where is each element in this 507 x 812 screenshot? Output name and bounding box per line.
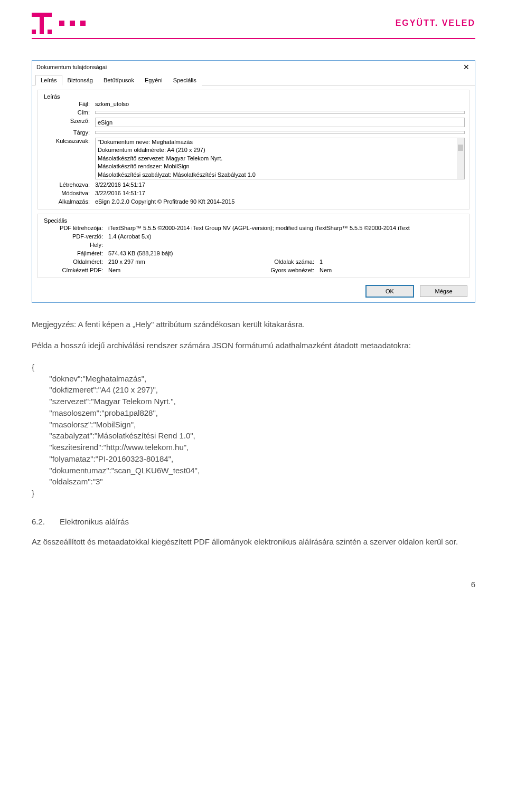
json-intro: Példa a hosszú idejű archiválási rendsze… (32, 340, 475, 352)
svg-rect-8 (36, 30, 40, 34)
input-title[interactable] (95, 111, 465, 114)
ok-button[interactable]: OK (366, 285, 414, 297)
slogan: EGYÜTT. VELED (396, 18, 475, 28)
label-pdf-creator: PDF létrehozója: (42, 225, 108, 231)
scroll-thumb[interactable] (458, 145, 463, 151)
telekom-logo (32, 13, 86, 34)
body-text: Megjegyzés: A fenti képen a „Hely" attri… (32, 319, 475, 548)
value-created: 3/22/2016 14:51:17 (95, 181, 465, 188)
label-fastweb: Gyors webnézet: (253, 267, 320, 273)
value-pagecount: 1 (320, 259, 465, 265)
svg-rect-7 (48, 17, 52, 30)
input-subject[interactable] (95, 131, 465, 134)
value-filesize: 574.43 KB (588,219 bájt) (108, 250, 465, 256)
value-application: eSign 2.0.2.0 Copyright © Profitrade 90 … (95, 198, 465, 205)
logo-dots (59, 21, 86, 26)
close-icon[interactable]: ✕ (463, 63, 471, 71)
keyword-line: Másolatkészítő rendszer: MobilSign (98, 163, 455, 170)
label-pagecount: Oldalak száma: (253, 259, 320, 265)
svg-rect-5 (48, 30, 52, 34)
svg-rect-9 (44, 30, 48, 34)
svg-rect-4 (32, 30, 36, 34)
value-location (108, 242, 465, 248)
label-subject: Tárgy: (42, 129, 95, 136)
document-properties-dialog: Dokumentum tulajdonságai ✕ Leírás Bizton… (32, 60, 475, 303)
section-number: 6.2. (32, 516, 45, 528)
keyword-line: "Dokumentum neve: Meghatalmazás (98, 138, 455, 146)
label-pdf-version: PDF-verzió: (42, 233, 108, 240)
label-location: Hely: (42, 242, 108, 248)
dialog-title-text: Dokumentum tulajdonságai (36, 64, 107, 70)
tab-advanced[interactable]: Speciális (168, 75, 202, 85)
keyword-line: Dokumentum oldalmérete: A4 (210 x 297) (98, 146, 455, 154)
value-pdf-creator: iTextSharp™ 5.5.5 ©2000-2014 iText Group… (108, 225, 465, 231)
page-header: EGYÜTT. VELED (32, 13, 475, 39)
cancel-button[interactable]: Mégse (420, 285, 467, 297)
svg-rect-3 (40, 13, 44, 34)
fieldset-description: Leírás Fájl: szken_utolso Cím: Szerző: e… (37, 90, 470, 209)
tab-description[interactable]: Leírás (35, 75, 62, 85)
page-number: 6 (32, 580, 475, 589)
tab-fonts[interactable]: Betűtípusok (98, 75, 139, 85)
label-file: Fájl: (42, 101, 95, 107)
scrollbar[interactable] (457, 138, 464, 179)
scroll-up-icon[interactable] (457, 138, 464, 145)
keyword-line: Másolatkészítő szervezet: Magyar Telekom… (98, 155, 455, 163)
input-keywords[interactable]: "Dokumentum neve: Meghatalmazás Dokument… (95, 138, 465, 179)
note-paragraph: Megjegyzés: A fenti képen a „Hely" attri… (32, 319, 475, 331)
dialog-buttons: OK Mégse (32, 280, 475, 302)
tab-security[interactable]: Biztonság (62, 75, 98, 85)
label-title: Cím: (42, 109, 95, 116)
value-file: szken_utolso (95, 101, 465, 107)
json-block: { "doknev":"Meghatalmazás", "dokfizmeret… (32, 361, 475, 499)
value-tagged: Nem (108, 267, 253, 273)
value-fastweb: Nem (320, 267, 465, 273)
label-filesize: Fájlméret: (42, 250, 108, 256)
input-author[interactable]: eSign (95, 118, 465, 127)
section-body: Az összeállított és metaadatokkal kiegés… (32, 536, 475, 548)
svg-rect-1 (48, 13, 52, 17)
svg-rect-6 (32, 17, 36, 30)
legend-special: Speciális (42, 217, 69, 224)
label-application: Alkalmazás: (42, 198, 95, 205)
label-created: Létrehozva: (42, 181, 95, 188)
label-modified: Módosítva: (42, 190, 95, 196)
svg-rect-0 (32, 13, 36, 17)
label-tagged: Címkézett PDF: (42, 267, 108, 273)
section-heading: 6.2. Elektronikus aláírás (32, 516, 475, 528)
label-keywords: Kulcsszavak: (42, 138, 95, 179)
value-pagesize: 210 x 297 mm (108, 259, 253, 265)
dialog-tabs: Leírás Biztonság Betűtípusok Egyéni Spec… (32, 73, 475, 85)
tab-custom[interactable]: Egyéni (139, 75, 168, 85)
dialog-titlebar: Dokumentum tulajdonságai ✕ (32, 61, 475, 71)
section-title: Elektronikus aláírás (60, 516, 129, 528)
legend-description: Leírás (42, 93, 62, 100)
label-pagesize: Oldalméret: (42, 259, 108, 265)
keyword-line: Másolatkészítési szabályzat: Másolatkész… (98, 171, 455, 179)
label-author: Szerző: (42, 118, 95, 127)
fieldset-special: Speciális PDF létrehozója: iTextSharp™ 5… (37, 214, 470, 278)
value-pdf-version: 1.4 (Acrobat 5.x) (108, 233, 465, 240)
t-logo-icon (32, 13, 52, 34)
value-modified: 3/22/2016 14:51:17 (95, 190, 465, 196)
